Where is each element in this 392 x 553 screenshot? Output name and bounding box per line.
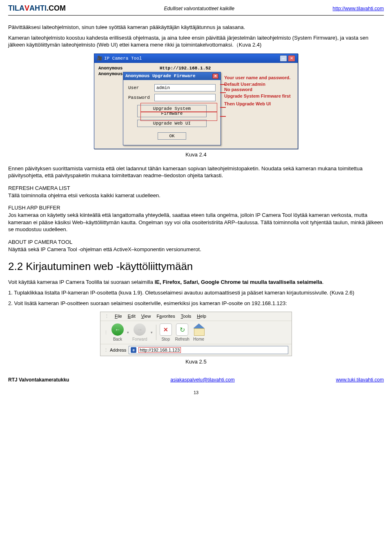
menu-tools[interactable]: Tools: [181, 314, 192, 319]
window-body: Anonymous Http://192.168.1.52 Anonymous …: [94, 63, 298, 149]
figure-2-4: 🎥 IP Camera Tool – ✕ Anonymous Http://19…: [8, 54, 384, 158]
annot-line: Default User:admin: [224, 82, 294, 87]
dialog-title: Anonymous Upgrade Firmware: [125, 74, 196, 78]
menu-grip-icon: ⋮: [105, 314, 109, 319]
footer-left: RTJ Valvontakameratukku: [8, 377, 69, 383]
page-number: 13: [8, 390, 384, 399]
ok-button[interactable]: OK: [158, 132, 186, 140]
para-6: 2. Voit lisätä kameran IP-osoitteen suor…: [8, 300, 384, 307]
close-icon[interactable]: ✕: [212, 74, 218, 79]
logo-text-accent: V: [24, 4, 29, 13]
menu-view[interactable]: View: [141, 314, 151, 319]
figure-2-5: ⋮ File Edit View Favorites Tools Help ⋮ …: [8, 312, 384, 365]
annot-line: Your user name and password.: [224, 75, 294, 80]
logo-text-rest: AHTI: [29, 4, 47, 13]
footer-support-link[interactable]: www.tuki.tilavahti.com: [336, 377, 384, 383]
stop-button[interactable]: ✕ Stop: [160, 323, 172, 341]
ie-icon: e: [131, 347, 136, 353]
toolbar-grip-icon: ⋮: [104, 330, 108, 335]
para-3: Ennen päivityksen suorittamista varmista…: [8, 165, 384, 179]
logo-text-main: TILA: [8, 4, 24, 13]
camera-name: Anonymous: [98, 66, 147, 71]
chevron-down-icon[interactable]: ▾: [127, 330, 129, 334]
footer-email-link[interactable]: asiakaspalvelu@tilavahti.com: [170, 377, 235, 383]
header-tagline: Edulliset valvontatuotteet kaikille: [164, 6, 234, 11]
user-label: User: [128, 85, 154, 90]
callout-box: [140, 112, 217, 121]
menu-favorites[interactable]: Favorites: [156, 314, 175, 319]
callout-line: [220, 116, 226, 117]
para-1: Päivittääksesi laiteohjelmiston, sinun t…: [8, 24, 384, 31]
camera-list-row[interactable]: Anonymous Http://192.168.1.52: [96, 65, 296, 71]
section-title-about: ABOUT IP CAMERA TOOL: [8, 239, 384, 245]
address-value: http://192.168.1.123: [138, 347, 181, 353]
heading-2-2: 2.2 Kirjautuminen web -käyttöliittymään: [8, 260, 384, 273]
chevron-down-icon[interactable]: ▾: [151, 330, 153, 334]
minimize-button[interactable]: –: [280, 55, 287, 62]
ip-camera-tool-window: 🎥 IP Camera Tool – ✕ Anonymous Http://19…: [94, 54, 298, 149]
section-title-refresh: REFRESH CAMERA LIST: [8, 185, 384, 191]
logo-text-suffix: .COM: [47, 4, 66, 13]
refresh-icon: ↻: [176, 323, 188, 336]
content: Päivittääksesi laiteohjelmiston, sinun t…: [8, 24, 384, 365]
page-footer: RTJ Valvontakameratukku asiakaspalvelu@t…: [8, 377, 384, 383]
annotation-text: Your user name and password. Default Use…: [224, 75, 294, 107]
para-5: 1. Tuplaklikkaa listalta IP-kameran IP-o…: [8, 289, 384, 297]
window-title: IP Camera Tool: [104, 56, 142, 61]
para-4a: Voit käyttää kameraa IP Camera Toolilla …: [8, 279, 155, 285]
home-button[interactable]: Home: [193, 323, 205, 341]
menu-bar: ⋮ File Edit View Favorites Tools Help: [100, 312, 292, 321]
page-header: TILAVAHTI.COM Edulliset valvontatuotteet…: [8, 0, 384, 16]
forward-button[interactable]: → Forward: [132, 323, 147, 341]
menu-help[interactable]: Help: [197, 314, 206, 319]
figure-caption: Kuva 2.5: [8, 359, 384, 365]
section-body-about: Näyttää sekä IP Camera Tool -ohjelman et…: [8, 246, 384, 253]
refresh-button[interactable]: ↻ Refresh: [175, 323, 189, 341]
stop-icon: ✕: [160, 323, 172, 336]
annot-line: No password: [224, 87, 294, 92]
menu-file[interactable]: File: [115, 314, 122, 319]
menu-edit[interactable]: Edit: [128, 314, 136, 319]
para-2: Kameran laiteohjelmisto koostuu kahdesta…: [8, 34, 384, 49]
section-title-flush: FLUSH ARP BUFFER: [8, 205, 384, 211]
dialog-titlebar: Anonymous Upgrade Firmware ✕: [123, 72, 220, 80]
separator: [156, 325, 156, 340]
password-input[interactable]: [154, 94, 216, 101]
para-4c: .: [322, 279, 324, 285]
header-url-link[interactable]: http://www.tilavahti.com: [333, 6, 384, 11]
callout-line: [220, 107, 226, 108]
para-4: Voit käyttää kameraa IP Camera Toolilla …: [8, 279, 384, 286]
user-input[interactable]: [154, 84, 216, 91]
tool-bar: ⋮ ← Back ▾ → Forward ▾ ✕ Stop ↻: [100, 321, 292, 344]
camera-url: Http://192.168.1.52: [160, 66, 211, 71]
figure-caption: Kuva 2.4: [8, 152, 384, 158]
section-body-refresh: Tällä toiminnolla ohjelma etsii verkosta…: [8, 192, 384, 199]
forward-icon: →: [134, 323, 146, 336]
app-icon: 🎥: [97, 56, 102, 61]
annot-line: Upgrade System Firmware first: [224, 94, 294, 99]
window-titlebar: 🎥 IP Camera Tool – ✕: [94, 54, 298, 63]
browser-toolbar: ⋮ File Edit View Favorites Tools Help ⋮ …: [100, 312, 292, 356]
address-grip-icon: ⋮: [104, 348, 107, 353]
home-icon: [193, 323, 205, 336]
close-button[interactable]: ✕: [288, 55, 295, 62]
para-4b: IE, Firefox, Safari, Google Chrome tai m…: [155, 279, 322, 285]
back-button[interactable]: ← Back: [111, 323, 124, 341]
address-input[interactable]: e http://192.168.1.123: [129, 346, 288, 354]
logo: TILAVAHTI.COM: [8, 4, 66, 13]
section-body-flush: Jos kameraa on käytetty sekä kiinteällä …: [8, 212, 384, 233]
back-icon: ←: [111, 323, 124, 336]
address-label: Address: [110, 348, 126, 352]
callout-box: [140, 103, 217, 112]
annot-line: Then Upgrade Web UI: [224, 101, 294, 107]
address-bar-row: ⋮ Address e http://192.168.1.123: [100, 344, 292, 356]
password-label: Password: [128, 95, 154, 100]
